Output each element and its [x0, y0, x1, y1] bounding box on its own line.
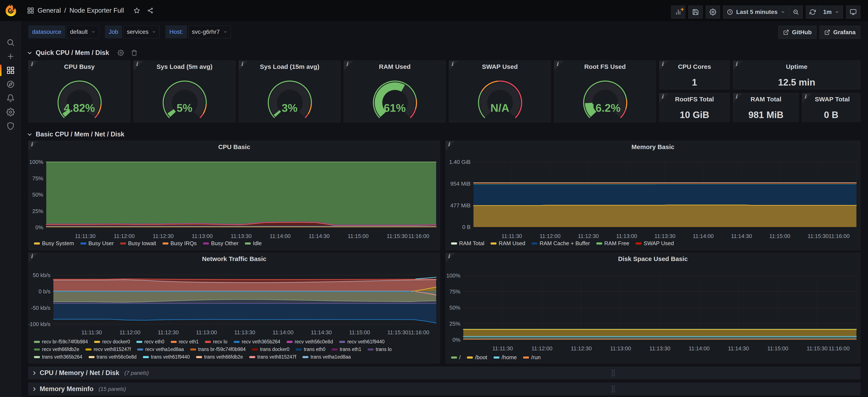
sidebar-item-dashboards[interactable] — [0, 63, 21, 77]
legend-item[interactable]: recv veth66fdb2e — [34, 346, 79, 352]
plus-icon — [6, 52, 15, 61]
legend-item[interactable]: trans eth1 — [332, 346, 361, 352]
legend-item[interactable]: recv veth815247f — [86, 346, 131, 352]
row-delete-trash-icon[interactable] — [131, 50, 137, 56]
refresh-group: 1m — [806, 5, 843, 19]
sidebar-item-search[interactable] — [0, 35, 21, 50]
legend-item[interactable]: Busy Iowait — [120, 240, 156, 247]
row-title: CPU / Memory / Net / Disk — [40, 369, 119, 377]
legend-item[interactable]: /boot — [467, 354, 487, 361]
add-panel-button[interactable]: + — [671, 5, 685, 19]
legend-item[interactable]: recv eth1 — [171, 339, 199, 345]
sidebar-item-alerting-bell[interactable] — [0, 91, 21, 105]
row-header-quick[interactable]: Quick CPU / Mem / Disk — [28, 47, 137, 58]
page-title[interactable]: Node Exporter Full — [69, 7, 124, 14]
cycle-view-button[interactable] — [846, 5, 860, 19]
legend-item[interactable]: trans veth815247f — [249, 354, 296, 360]
save-dashboard-button[interactable] — [688, 5, 703, 19]
grafana-logo-icon[interactable] — [4, 3, 17, 18]
time-range-label: Last 5 minutes — [736, 9, 777, 16]
legend-item[interactable]: trans veth66fdb2e — [196, 354, 243, 360]
row-settings-gear-icon[interactable] — [118, 50, 124, 56]
y-axis-label: 954 MiB — [451, 181, 470, 187]
legend-item[interactable]: recv veth61f9440 — [339, 339, 384, 345]
legend-item[interactable]: recv veth56c0e8d — [287, 339, 333, 345]
github-link-button[interactable]: GitHub — [778, 26, 816, 39]
sidebar-item-plus[interactable] — [0, 50, 21, 63]
panel-title[interactable]: SWAP Total — [815, 96, 847, 103]
panel-info-corner[interactable] — [659, 61, 669, 70]
panel-title[interactable]: RAM Total — [746, 96, 786, 103]
sidebar-item-configuration-gear[interactable] — [0, 105, 21, 119]
x-axis-label: 11:11:30 — [485, 345, 521, 352]
legend-item[interactable]: /run — [523, 354, 540, 361]
legend-item[interactable]: RAM Free — [596, 240, 629, 247]
refresh-button[interactable] — [806, 6, 819, 19]
legend-item[interactable]: trans docker0 — [252, 346, 289, 352]
legend-item[interactable]: SWAP Used — [636, 240, 674, 247]
y-axis-label: -50 kb/s — [31, 305, 51, 311]
legend-label: SWAP Used — [644, 240, 674, 247]
legend-item[interactable]: RAM Cache + Buffer — [531, 240, 590, 247]
variable-value-dropdown[interactable]: services — [123, 25, 160, 38]
apps-grid-icon[interactable] — [27, 7, 34, 14]
time-range-button[interactable]: Last 5 minutes — [723, 6, 788, 19]
legend-item[interactable]: RAM Used — [491, 240, 525, 247]
row-drag-handle[interactable] — [612, 370, 615, 376]
star-icon[interactable] — [134, 7, 140, 14]
x-axis-label: 11:12:30 — [563, 345, 599, 352]
gauge-value: 16.2% — [554, 101, 656, 114]
sidebar-item-explore-compass[interactable] — [0, 77, 21, 91]
x-axis-label: 11:13:00 — [609, 233, 645, 240]
legend-item[interactable]: Busy User — [81, 240, 114, 247]
legend-item[interactable]: RAM Total — [451, 240, 484, 247]
legend-item[interactable]: Busy Other — [203, 240, 239, 247]
legend-item[interactable]: recv docker0 — [94, 339, 130, 345]
legend-item[interactable]: trans br-f59c74f0b984 — [190, 346, 246, 352]
stat-value: 981 MiB — [733, 110, 799, 120]
collapsed-row-cpu-memory-net-disk[interactable]: CPU / Memory / Net / Disk (7 panels) — [28, 367, 860, 379]
legend-item[interactable]: recv eth0 — [136, 339, 164, 345]
panel-info-corner[interactable] — [733, 61, 743, 70]
panel-title[interactable]: CPU Cores — [672, 63, 717, 70]
row-header-basic[interactable]: Basic CPU / Mem / Net / Disk — [28, 129, 124, 140]
collapsed-row-memory-meminfo[interactable]: Memory Meminfo (15 panels) — [28, 383, 860, 395]
legend-item[interactable]: recv veth365b264 — [234, 339, 280, 345]
legend-item[interactable]: /home — [494, 354, 517, 361]
legend-label: trans veth66fdb2e — [204, 354, 243, 360]
variable-value-dropdown[interactable]: default — [66, 25, 99, 38]
breadcrumb-section[interactable]: General — [38, 7, 61, 14]
variable-value-dropdown[interactable]: svc-g6rhr7 — [188, 25, 231, 38]
x-axis-label: 11:14:30 — [301, 233, 337, 240]
grafana-link-button[interactable]: Grafana — [819, 26, 860, 39]
legend-item[interactable]: recv lo — [205, 339, 227, 345]
sidebar-item-server-admin-shield[interactable] — [0, 119, 21, 133]
legend-item[interactable]: recv br-f59c74f0b984 — [34, 339, 88, 345]
panel-info-corner[interactable] — [802, 93, 812, 103]
legend-label: recv veth61f9440 — [347, 339, 384, 345]
legend-item[interactable]: trans vetha1ed8aa — [303, 354, 351, 360]
share-icon[interactable] — [147, 7, 153, 14]
panel-title[interactable]: RootFS Total — [672, 96, 717, 103]
legend-item[interactable]: trans lo — [368, 346, 392, 352]
panel-info-corner[interactable] — [659, 93, 669, 103]
legend-item[interactable]: Busy IRQs — [162, 240, 197, 247]
row-title[interactable]: Basic CPU / Mem / Net / Disk — [36, 130, 124, 138]
legend-item[interactable]: trans eth0 — [296, 346, 325, 352]
row-drag-handle[interactable] — [612, 386, 615, 392]
stat-panel-cpu-cores: i CPU Cores 1 — [659, 60, 730, 90]
legend-item[interactable]: Idle — [245, 240, 262, 247]
dashboard-settings-button[interactable] — [706, 5, 720, 19]
legend-item[interactable]: recv vetha1ed8aa — [137, 346, 184, 352]
legend-item[interactable]: trans veth61f9440 — [143, 354, 190, 360]
zoom-out-button[interactable] — [789, 6, 803, 19]
row-title[interactable]: Quick CPU / Mem / Disk — [36, 49, 109, 57]
refresh-interval-button[interactable]: 1m — [819, 6, 843, 19]
info-icon: i — [661, 61, 663, 67]
legend-item[interactable]: Busy System — [34, 240, 74, 247]
legend-item[interactable]: trans veth365b264 — [34, 354, 82, 360]
legend-item[interactable]: trans veth56c0e8d — [89, 354, 136, 360]
panel-info-corner[interactable] — [733, 93, 743, 103]
legend-item[interactable]: / — [451, 354, 461, 361]
panel-title[interactable]: Uptime — [746, 63, 847, 70]
